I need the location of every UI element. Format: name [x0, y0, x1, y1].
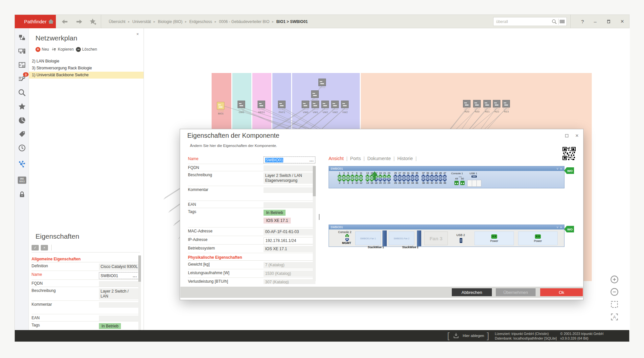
fit-view-button[interactable] [609, 299, 620, 310]
breadcrumb-item[interactable]: Universität [132, 19, 151, 24]
port-7[interactable] [351, 175, 354, 178]
port-22[interactable] [383, 179, 386, 181]
network-node-vw2[interactable] [331, 101, 339, 108]
netzwerkplan-item[interactable]: 3) Stromversorgung Rack Biologie [29, 65, 144, 72]
tools-icon[interactable]: 3 [17, 74, 27, 84]
work-order-tag[interactable]: WO [564, 226, 574, 232]
port-34[interactable] [411, 179, 414, 181]
port-2[interactable] [338, 179, 341, 181]
network-node-rz2[interactable] [493, 100, 500, 107]
minimize-button[interactable]: – [594, 19, 596, 24]
port-10[interactable] [355, 179, 358, 181]
history-icon[interactable] [17, 143, 27, 153]
network-node-phy1[interactable] [278, 101, 286, 108]
stackwise1-port[interactable] [382, 230, 387, 246]
breadcrumb-item[interactable]: 0006 - Gebäudeverteiler BIO [219, 19, 269, 24]
zoom-in-button[interactable] [609, 274, 620, 285]
breadcrumb-item[interactable]: Übersicht [109, 19, 126, 24]
network-node-vw2[interactable] [321, 101, 329, 108]
devices-icon[interactable] [17, 47, 27, 56]
panel-close-icon[interactable]: × [136, 32, 139, 36]
network-node-rz0[interactable] [463, 100, 471, 107]
port-23[interactable] [387, 175, 391, 178]
port-45[interactable] [439, 175, 442, 178]
network-node-vw1[interactable] [311, 101, 319, 108]
port-20[interactable] [379, 179, 382, 181]
network-node-med1[interactable] [258, 101, 265, 108]
tab-ports[interactable]: Ports [350, 156, 361, 161]
drop-zone[interactable]: [ Hier ablegen ] [447, 331, 489, 340]
network-node[interactable] [318, 79, 326, 86]
port-43[interactable] [434, 175, 438, 178]
tab-historie[interactable]: Historie [397, 156, 413, 161]
port-14[interactable] [366, 179, 369, 181]
network-node-rz1[interactable] [483, 100, 491, 107]
console2-port[interactable] [345, 234, 349, 237]
port-25[interactable] [394, 175, 397, 178]
port-44[interactable] [434, 179, 438, 181]
port-4[interactable] [342, 179, 346, 181]
panel-corner-icons[interactable]: V H [557, 168, 563, 170]
network-node[interactable] [311, 90, 319, 98]
search-sidebar-icon[interactable] [17, 88, 27, 97]
port-26[interactable] [394, 179, 397, 181]
tag-icon[interactable] [17, 130, 27, 139]
breadcrumb-item[interactable]: Erdgeschoss [189, 19, 212, 24]
delete-button[interactable]: −Löschen [76, 47, 97, 52]
zoom-out-button[interactable] [609, 287, 620, 297]
dialog-close-icon[interactable]: × [575, 132, 579, 139]
search-box[interactable] [493, 17, 567, 26]
port-27[interactable] [398, 175, 402, 178]
ok-button[interactable]: Ok [540, 288, 583, 296]
copy-button[interactable]: Kopieren [51, 47, 74, 52]
back-button[interactable] [60, 17, 69, 26]
name-input[interactable]: SWBIO01... [99, 272, 139, 279]
port-19[interactable] [379, 175, 382, 178]
fan3-slot[interactable]: Fan 3 [424, 231, 448, 245]
port-28[interactable] [398, 179, 402, 181]
panel-corner-icons[interactable]: V H [557, 226, 563, 228]
ellipsis-button[interactable]: ... [310, 158, 314, 162]
port-6[interactable] [346, 179, 350, 181]
port-48[interactable] [443, 179, 447, 181]
ip-address-icon[interactable]: 192.0.0.1 [17, 176, 27, 185]
port-21[interactable] [383, 175, 386, 178]
port-30[interactable] [402, 179, 406, 181]
new-button[interactable]: +Neu [35, 47, 49, 52]
network-node-rz3[interactable] [502, 100, 510, 107]
network-node-gw1[interactable] [238, 101, 245, 108]
power-supply-2[interactable]: Power [518, 231, 558, 245]
port-15[interactable] [370, 175, 374, 178]
port-29[interactable] [402, 175, 406, 178]
port-12[interactable] [359, 179, 363, 181]
port-24[interactable] [387, 179, 391, 181]
dialog-maximize-icon[interactable] [565, 132, 569, 139]
network-node-bio1[interactable] [217, 102, 224, 109]
tab-dokumente[interactable]: Dokumente [367, 156, 391, 161]
discard-button[interactable]: × [41, 245, 48, 251]
breadcrumb-item[interactable]: Biologie (BIO) [158, 19, 182, 24]
port-37[interactable] [422, 175, 425, 178]
favorite-add-button[interactable] [88, 17, 98, 26]
apply-button[interactable]: Übernehmen [496, 288, 536, 296]
form-scrollbar[interactable] [313, 166, 316, 281]
port-39[interactable] [426, 175, 429, 178]
confirm-button[interactable]: ✓ [32, 245, 39, 251]
port-13[interactable] [366, 175, 369, 178]
usb1-port[interactable] [472, 176, 477, 178]
port-46[interactable] [439, 179, 442, 181]
port-16[interactable] [370, 179, 374, 181]
name-input[interactable]: SWBIO01... [264, 156, 315, 163]
port-42[interactable] [430, 179, 434, 181]
text-zoom-button[interactable]: A [609, 312, 620, 322]
port-40[interactable] [426, 179, 429, 181]
field-value[interactable]: SWBIO01... [264, 156, 315, 163]
port-47[interactable] [443, 175, 447, 178]
port-33[interactable] [411, 175, 414, 178]
topology-icon[interactable] [17, 160, 27, 169]
network-node-vw0[interactable] [302, 101, 309, 108]
usb2-port[interactable] [460, 238, 462, 243]
help-button[interactable]: ? [581, 19, 584, 24]
mgmt-port[interactable] [345, 238, 349, 241]
pie-chart-icon[interactable] [17, 116, 27, 125]
